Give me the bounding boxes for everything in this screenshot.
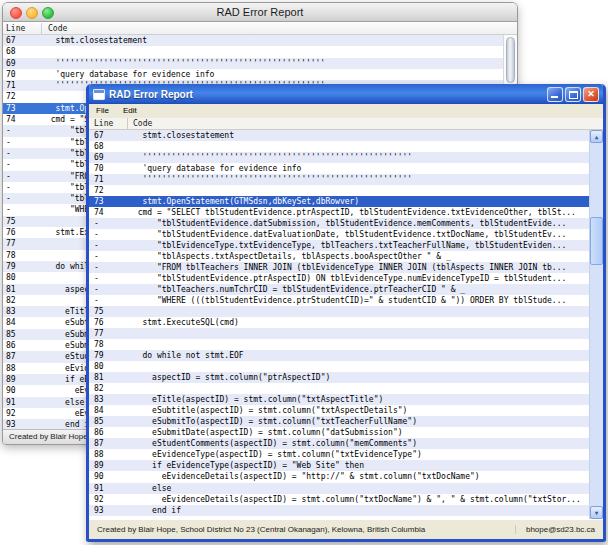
line-number: 93	[89, 505, 128, 516]
code-text: "WHERE (((tblStudentEvidence.ptrStudentC…	[128, 295, 589, 306]
code-row[interactable]: 69 '''''''''''''''''''''''''''''''''''''…	[3, 58, 503, 69]
code-text	[128, 383, 589, 394]
column-separator	[127, 118, 128, 129]
code-text	[128, 306, 589, 317]
code-text: "tblStudentEvidence.datSubmission, tblSt…	[128, 218, 589, 229]
code-row[interactable]: - "tblTeachers.numTchrCID = tblStudentEv…	[89, 284, 589, 295]
code-text: ''''''''''''''''''''''''''''''''''''''''…	[128, 174, 589, 185]
code-text: eTitle(aspectID) = stmt.column("txtAspec…	[128, 394, 589, 405]
mac-window-title: RAD Error Report	[3, 3, 517, 22]
code-row[interactable]: 93 end if	[89, 505, 589, 516]
code-text: "FROM tblTeachers INNER JOIN (tblEvidenc…	[128, 262, 589, 273]
minimize-button[interactable]	[547, 87, 563, 102]
code-row[interactable]: 85 eSubmitTo(aspectID) = stmt.column("tx…	[89, 416, 589, 427]
mac-grid-header: Line Code	[3, 23, 517, 35]
code-row[interactable]: - "tblStudentEvidence.ptrAspectID) ON tb…	[89, 273, 589, 284]
line-number: 91	[89, 483, 128, 494]
code-text: else	[128, 483, 589, 494]
mac-scrollbar-thumb[interactable]	[506, 37, 515, 83]
line-number: 79	[89, 350, 128, 361]
code-row[interactable]: 80	[89, 361, 589, 372]
code-row[interactable]: 67 stmt.closestatement	[89, 130, 589, 141]
code-row[interactable]: 76 stmt.ExecuteSQL(cmd)	[89, 317, 589, 328]
code-text: eSubmitTo(aspectID) = stmt.column("txtTe…	[128, 416, 589, 427]
code-row[interactable]: 89 if eEvidenceType(aspectID) = "Web Sit…	[89, 460, 589, 471]
code-row[interactable]: 91 else	[89, 483, 589, 494]
code-text: ''''''''''''''''''''''''''''''''''''''''…	[41, 58, 503, 69]
code-row[interactable]: - "WHERE (((tblStudentEvidence.ptrStuden…	[89, 295, 589, 306]
code-row[interactable]: - "tblStudentEvidence.datEvaluationDate,…	[89, 229, 589, 240]
app-window-icon	[93, 89, 105, 100]
code-row[interactable]: 68	[89, 141, 589, 152]
code-row[interactable]: 90 eEvidenceDetails(aspectID) = "http://…	[89, 471, 589, 482]
line-number: 83	[89, 394, 128, 405]
code-row[interactable]: 86 eSubmitDate(aspectID) = stmt.column("…	[89, 427, 589, 438]
code-row[interactable]: 79 do while not stmt.EOF	[89, 350, 589, 361]
xp-window-title: RAD Error Report	[109, 89, 547, 100]
line-number: 72	[89, 185, 128, 196]
code-row[interactable]: 82	[89, 383, 589, 394]
code-row[interactable]: 70 'query database for evidence info	[89, 163, 589, 174]
xp-window-rad-error-report: RAD Error Report ✕ File Edit Line Code 6…	[86, 84, 606, 542]
line-number: 75	[3, 216, 41, 227]
code-row[interactable]: - "FROM tblTeachers INNER JOIN (tblEvide…	[89, 262, 589, 273]
code-column-header: Code	[48, 24, 67, 33]
code-row[interactable]: 87 eStudentComments(aspectID) = stmt.col…	[89, 438, 589, 449]
line-number: 89	[89, 460, 128, 471]
code-row[interactable]: - "tblStudentEvidence.datSubmission, tbl…	[89, 218, 589, 229]
menu-edit[interactable]: Edit	[116, 104, 144, 118]
menu-file[interactable]: File	[89, 104, 116, 118]
line-number: 90	[3, 385, 41, 396]
line-number: 76	[89, 317, 128, 328]
code-row[interactable]: 72	[89, 185, 589, 196]
code-row[interactable]: 73 stmt.OpenStatement(GTMSdsn,dbKeySet,d…	[89, 196, 589, 207]
code-text: ''''''''''''''''''''''''''''''''''''''''…	[128, 152, 589, 163]
scroll-down-icon[interactable]: ▼	[590, 506, 603, 519]
code-column-header: Code	[133, 119, 152, 128]
code-row[interactable]: 81 aspectID = stmt.column("ptrAspectID")	[89, 372, 589, 383]
code-text: stmt.closestatement	[128, 130, 589, 141]
code-row[interactable]: 92 eEvidenceDetails(aspectID) = stmt.col…	[89, 494, 589, 505]
code-row[interactable]: 70 'query database for evidence info	[3, 69, 503, 80]
code-text: stmt.OpenStatement(GTMSdsn,dbKeySet,dbRo…	[128, 196, 589, 207]
code-row[interactable]: 75	[89, 306, 589, 317]
code-text: eStudentComments(aspectID) = stmt.column…	[128, 438, 589, 449]
code-text: do while not stmt.EOF	[128, 350, 589, 361]
line-number: -	[3, 193, 41, 204]
scroll-up-icon[interactable]: ▲	[590, 130, 603, 143]
code-row[interactable]: 71 '''''''''''''''''''''''''''''''''''''…	[89, 174, 589, 185]
line-number: 69	[89, 152, 128, 163]
code-text: cmd = "SELECT tblStudentEvidence.ptrAspe…	[128, 207, 589, 218]
line-number: -	[3, 182, 41, 193]
line-number: 67	[3, 35, 41, 46]
xp-statusbar: Created by Blair Hope, School District N…	[89, 519, 603, 539]
code-row[interactable]: 88 eEvidenceType(aspectID) = stmt.column…	[89, 449, 589, 460]
line-number: 80	[3, 272, 41, 283]
line-number: 73	[89, 196, 128, 207]
line-number: -	[3, 159, 41, 170]
code-row[interactable]: 78	[89, 339, 589, 350]
code-row[interactable]: 68	[3, 46, 503, 57]
line-number: 90	[89, 471, 128, 482]
code-row[interactable]: 74 cmd = "SELECT tblStudentEvidence.ptrA…	[89, 207, 589, 218]
maximize-button[interactable]	[565, 87, 581, 102]
code-row[interactable]: 69 '''''''''''''''''''''''''''''''''''''…	[89, 152, 589, 163]
xp-vertical-scrollbar[interactable]: ▲ ▼	[589, 130, 603, 519]
code-row[interactable]: - "tblEvidenceType.txtEvidenceType, tblT…	[89, 240, 589, 251]
code-row[interactable]: 83 eTitle(aspectID) = stmt.column("txtAs…	[89, 394, 589, 405]
code-text: stmt.ExecuteSQL(cmd)	[128, 317, 589, 328]
line-number: 82	[89, 383, 128, 394]
xp-titlebar[interactable]: RAD Error Report ✕	[89, 84, 603, 104]
code-text	[128, 185, 589, 196]
close-button[interactable]: ✕	[583, 87, 599, 102]
code-row[interactable]: 84 eSubtitle(aspectID) = stmt.column("tx…	[89, 405, 589, 416]
code-row[interactable]: - "tblAspects.txtAspectDetails, tblAspec…	[89, 251, 589, 262]
code-row[interactable]: 67 stmt.closestatement	[3, 35, 503, 46]
status-email: bhope@sd23.bc.ca	[515, 525, 595, 534]
line-number: 68	[3, 46, 41, 57]
xp-scrollbar-thumb[interactable]	[590, 217, 603, 265]
line-number: -	[89, 218, 128, 229]
mac-titlebar[interactable]: RAD Error Report	[3, 3, 517, 22]
line-number: 68	[89, 141, 128, 152]
code-row[interactable]: 77	[89, 328, 589, 339]
